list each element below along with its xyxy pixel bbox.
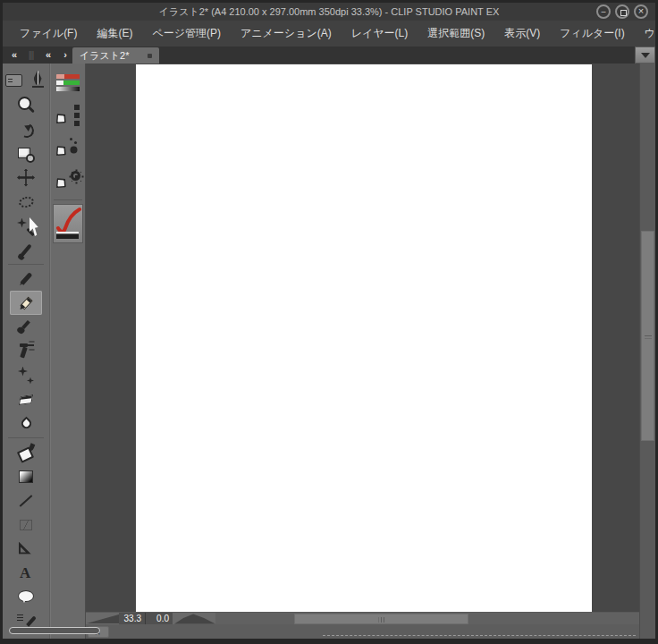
blend-icon bbox=[19, 417, 33, 431]
tab-list-button: ||| bbox=[23, 47, 38, 63]
vertical-scrollbar[interactable] bbox=[639, 64, 655, 639]
menu-view[interactable]: 表示(V) bbox=[496, 23, 548, 44]
squares-icon bbox=[74, 105, 80, 110]
brush-tool[interactable] bbox=[10, 315, 42, 339]
pen-squares-icon bbox=[55, 104, 81, 127]
stroke-preview[interactable] bbox=[53, 204, 83, 243]
horizontal-scrollbar-thumb[interactable] bbox=[294, 614, 468, 624]
dots-icon bbox=[70, 138, 72, 140]
quill-pen-tool[interactable] bbox=[27, 67, 49, 91]
canvas-page[interactable] bbox=[136, 64, 592, 612]
move-icon bbox=[17, 169, 35, 187]
zoom-slider-icon[interactable] bbox=[87, 614, 119, 623]
pen-icon bbox=[20, 272, 32, 284]
eraser-tool[interactable] bbox=[10, 387, 42, 411]
tab-modified-dot-icon[interactable] bbox=[148, 54, 152, 58]
maximize-button[interactable] bbox=[615, 4, 629, 19]
pencil-group-dots-group[interactable] bbox=[51, 131, 85, 164]
menu-bar: ファイル(F)編集(E)ページ管理(P)アニメーション(A)レイヤー(L)選択範… bbox=[3, 21, 655, 47]
scrollbar-grip-icon bbox=[378, 617, 384, 623]
toolbar-divider bbox=[8, 437, 44, 438]
rotate-tool[interactable] bbox=[10, 117, 42, 141]
menu-window[interactable]: ウィンドウ(W) bbox=[637, 23, 658, 44]
decoration-tool[interactable] bbox=[10, 363, 42, 387]
rotation-slider-icon[interactable] bbox=[174, 614, 215, 624]
tab-nav: «|||«› bbox=[3, 47, 72, 64]
app-window: イラスト2* (A4 210.00 x 297.00mm 350dpi 33.3… bbox=[0, 0, 658, 644]
tool-list bbox=[3, 93, 49, 633]
pencil-icon bbox=[20, 296, 33, 309]
menu-page-manage[interactable]: ページ管理(P) bbox=[144, 23, 229, 44]
next-tab-button[interactable]: › bbox=[57, 47, 72, 63]
menu-layer[interactable]: レイヤー(L) bbox=[343, 23, 417, 44]
menu-animation[interactable]: アニメーション(A) bbox=[232, 23, 340, 44]
subtool-group-list bbox=[51, 67, 85, 196]
frame-icon bbox=[20, 520, 32, 530]
ruler-tool[interactable] bbox=[10, 537, 42, 561]
balloon-tool[interactable] bbox=[10, 585, 42, 609]
close-button[interactable]: × bbox=[634, 4, 648, 19]
operation-tool[interactable] bbox=[10, 141, 42, 165]
eyedropper-tool[interactable] bbox=[10, 238, 42, 262]
tab-overflow-button[interactable] bbox=[635, 47, 655, 64]
document-tab-label: イラスト2* bbox=[80, 49, 148, 63]
pen-tool[interactable] bbox=[10, 267, 42, 291]
zoom-value[interactable]: 33.3 bbox=[119, 613, 146, 624]
pencil-group-squares-group[interactable] bbox=[51, 99, 85, 131]
subtool-palette bbox=[50, 64, 86, 639]
zoom-icon bbox=[16, 96, 36, 115]
window-controls: –× bbox=[596, 4, 648, 19]
move-tool[interactable] bbox=[10, 165, 42, 190]
pen-gear-icon bbox=[55, 168, 81, 191]
pencil-group-colors-group[interactable] bbox=[51, 67, 85, 99]
ruler-icon bbox=[16, 539, 36, 559]
prev-tab-button[interactable]: « bbox=[40, 47, 55, 63]
status-bar: « bbox=[86, 624, 639, 639]
menu-edit[interactable]: 編集(E) bbox=[89, 23, 140, 44]
selection-tool[interactable] bbox=[10, 190, 42, 214]
collapse-tabs-button[interactable]: « bbox=[6, 47, 21, 63]
horizontal-scrollbar[interactable] bbox=[215, 613, 639, 624]
menu-filter[interactable]: フィルター(I) bbox=[552, 23, 632, 44]
vertical-scrollbar-thumb[interactable] bbox=[641, 231, 654, 441]
pen-nib-icon bbox=[52, 174, 70, 192]
pen-nib-icon bbox=[52, 110, 70, 128]
eraser-icon bbox=[19, 394, 33, 405]
lasso-icon bbox=[17, 195, 34, 209]
fill-tool[interactable] bbox=[10, 440, 42, 464]
blend-tool[interactable] bbox=[10, 411, 42, 436]
canvas-column: 33.3 0.0 « bbox=[86, 64, 639, 639]
pencil-tool[interactable] bbox=[10, 291, 42, 315]
auto-select-tool[interactable] bbox=[10, 214, 42, 238]
airbrush-tool[interactable] bbox=[10, 339, 42, 363]
panel-layout-tool[interactable] bbox=[3, 67, 25, 91]
minimize-button[interactable]: – bbox=[596, 4, 611, 19]
canvas-area[interactable] bbox=[86, 64, 639, 612]
panel-icon bbox=[4, 70, 24, 89]
brush-icon bbox=[21, 319, 30, 328]
toolbar-scroll-capsule[interactable] bbox=[9, 627, 100, 634]
figure-tool[interactable] bbox=[10, 488, 42, 513]
title-bar[interactable]: イラスト2* (A4 210.00 x 297.00mm 350dpi 33.3… bbox=[3, 3, 655, 21]
pencil-group-settings-group[interactable] bbox=[51, 164, 85, 196]
decoration-icon bbox=[16, 366, 36, 386]
red-stroke-preview-icon bbox=[55, 207, 81, 241]
dropper-icon bbox=[20, 243, 31, 257]
rotation-value[interactable]: 0.0 bbox=[146, 613, 173, 624]
scrollbar-grip-icon bbox=[645, 334, 652, 338]
gradient-tool[interactable] bbox=[10, 464, 42, 488]
quill-icon bbox=[29, 70, 48, 89]
subtool-divider bbox=[54, 199, 82, 200]
document-tab[interactable]: イラスト2* bbox=[72, 47, 159, 64]
pen-nib-icon bbox=[52, 142, 70, 160]
menu-file[interactable]: ファイル(F) bbox=[12, 23, 85, 44]
menu-selection[interactable]: 選択範囲(S) bbox=[419, 23, 493, 44]
zoom-tool[interactable] bbox=[10, 93, 42, 117]
pen-dots-icon bbox=[55, 136, 81, 159]
canvas-zoom-bar: 33.3 0.0 bbox=[86, 612, 639, 624]
balloon-icon bbox=[16, 588, 36, 607]
tool-palette bbox=[3, 64, 50, 639]
operation-icon bbox=[16, 144, 36, 164]
text-tool[interactable] bbox=[10, 561, 42, 585]
frame-border-tool[interactable] bbox=[10, 513, 42, 537]
